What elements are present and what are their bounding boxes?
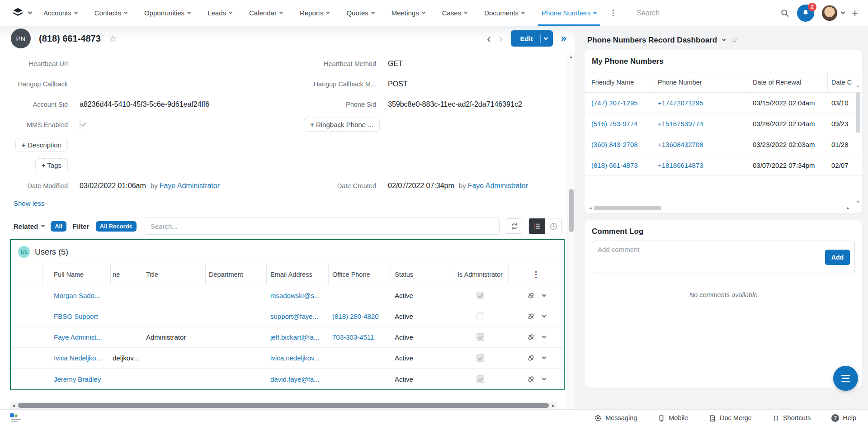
add-description-chip[interactable]: + Description xyxy=(15,138,68,152)
previous-record-icon[interactable]: ‹ xyxy=(487,33,491,44)
footer-item-help[interactable]: ? Help xyxy=(831,414,856,422)
card-horizontal-scrollbar-thumb[interactable] xyxy=(594,206,661,210)
edit-button[interactable]: Edit xyxy=(511,30,552,47)
created-by-user-link[interactable]: Faye Administrator xyxy=(468,182,528,189)
footer-item-mobile[interactable]: Mobile xyxy=(658,414,688,422)
footer-item-shortcuts[interactable]: Shortcuts xyxy=(773,414,811,422)
row-expand-chevron-icon[interactable] xyxy=(542,376,547,380)
phone-number-link[interactable]: +15167539774 xyxy=(658,120,703,128)
friendly-name-link[interactable]: (360) 843-2708 xyxy=(591,141,638,148)
refresh-button[interactable] xyxy=(506,218,522,234)
modified-by-user-link[interactable]: Faye Administrator xyxy=(160,182,220,189)
phone-number-link[interactable]: +18186614873 xyxy=(658,161,703,169)
user-name-link[interactable]: Morgan Sado... xyxy=(54,292,100,299)
mms-enabled-checkbox xyxy=(80,120,80,129)
nav-item-cases[interactable]: Cases xyxy=(442,0,467,26)
footer-item-doc-merge[interactable]: Doc Merge xyxy=(709,414,752,422)
nav-item-phone-numbers-active[interactable]: Phone Numbers xyxy=(542,0,596,26)
nav-item-reports[interactable]: Reports xyxy=(300,0,330,26)
row-expand-chevron-icon[interactable] xyxy=(542,313,547,318)
user-email-link[interactable]: ivica.nedeljkov... xyxy=(270,354,320,362)
column-header-friendly-name: Friendly Name xyxy=(585,72,652,92)
scroll-up-arrow-icon[interactable]: ▲ xyxy=(567,53,575,61)
user-name-link[interactable]: Jeremy Bradley xyxy=(54,375,101,383)
user-name-link[interactable]: Ivica Nedeljko... xyxy=(54,354,102,362)
nav-item-opportunities[interactable]: Opportunities xyxy=(144,0,190,26)
scroll-down-arrow-icon[interactable]: ▼ xyxy=(855,200,861,204)
user-name-link[interactable]: FBSG Support xyxy=(54,312,98,320)
nav-item-contacts[interactable]: Contacts xyxy=(94,0,127,26)
add-comment-input[interactable] xyxy=(592,241,854,274)
user-email-link[interactable]: jeff.bickart@fa... xyxy=(270,333,319,341)
edit-actions-chevron-icon[interactable] xyxy=(543,35,548,40)
chevron-down-icon xyxy=(326,10,330,14)
row-expand-chevron-icon[interactable] xyxy=(542,355,547,360)
related-search-input[interactable] xyxy=(145,218,500,235)
dashboard-star-icon[interactable]: ☆ xyxy=(731,35,737,45)
footer-item-messaging[interactable]: Messaging xyxy=(594,414,637,422)
nav-item-quotes[interactable]: Quotes xyxy=(346,0,374,26)
nav-item-accounts[interactable]: Accounts xyxy=(43,0,77,26)
vertical-scrollbar-thumb[interactable] xyxy=(569,189,574,232)
card-vertical-scrollbar[interactable]: ▲ ▼ xyxy=(855,84,861,204)
related-dropdown[interactable]: Related xyxy=(14,222,44,230)
nav-item-documents[interactable]: Documents xyxy=(484,0,524,26)
friendly-name-link[interactable]: (516) 753-9774 xyxy=(591,120,638,128)
scroll-left-arrow-icon[interactable]: ◄ xyxy=(587,206,594,210)
history-view-button[interactable] xyxy=(545,218,561,234)
unlink-icon[interactable] xyxy=(527,375,535,383)
card-vertical-scrollbar-thumb[interactable] xyxy=(856,92,860,133)
next-record-icon[interactable]: › xyxy=(499,33,503,44)
floating-menu-button[interactable] xyxy=(833,366,858,391)
card-horizontal-scrollbar[interactable]: ◄ ► xyxy=(587,205,851,211)
unlink-icon[interactable] xyxy=(527,291,535,300)
logo-chevron-down-icon[interactable] xyxy=(28,10,33,14)
scroll-left-arrow-icon[interactable]: ◄ xyxy=(10,403,17,408)
add-comment-button[interactable]: Add xyxy=(825,250,850,265)
nav-item-leads[interactable]: Leads xyxy=(208,0,232,26)
comment-log-card: Comment Log Add No comments available xyxy=(585,220,862,388)
app-logo-icon[interactable] xyxy=(12,7,24,19)
dashboard-chevron-down-icon[interactable] xyxy=(722,37,726,41)
related-all-badge[interactable]: All xyxy=(51,221,66,232)
row-expand-chevron-icon[interactable] xyxy=(542,334,547,339)
phone-number-link[interactable]: +17472071295 xyxy=(658,99,703,107)
horizontal-scrollbar-thumb[interactable] xyxy=(18,403,549,408)
collapse-widgets-icon[interactable]: » xyxy=(561,33,566,44)
row-expand-chevron-icon[interactable] xyxy=(542,293,547,297)
add-ringback-phone-chip[interactable]: + Ringback Phone ... xyxy=(304,118,380,132)
search-icon[interactable] xyxy=(780,8,790,18)
nav-more-kebab-icon[interactable]: ⋮ xyxy=(609,8,617,18)
unlink-icon[interactable] xyxy=(527,354,535,362)
notifications-bell-button[interactable]: 2 xyxy=(797,5,814,22)
filter-all-records-badge[interactable]: All Records xyxy=(96,221,137,232)
quick-create-plus-icon[interactable]: + xyxy=(852,7,858,19)
show-less-link[interactable]: Show less xyxy=(14,199,44,207)
favorite-star-icon[interactable]: ☆ xyxy=(109,33,117,44)
user-avatar[interactable] xyxy=(821,5,838,21)
profile-chevron-down-icon[interactable] xyxy=(841,10,845,14)
user-email-link[interactable]: support@faye... xyxy=(270,312,318,320)
add-tags-chip[interactable]: + Tags xyxy=(35,158,68,172)
nav-item-meetings[interactable]: Meetings xyxy=(392,0,425,26)
table-options-kebab-icon[interactable]: ⋮ xyxy=(532,270,541,279)
friendly-name-link[interactable]: (818) 661-4873 xyxy=(591,161,638,169)
friendly-name-link[interactable]: (747) 207-1295 xyxy=(591,99,638,107)
scroll-up-arrow-icon[interactable]: ▲ xyxy=(855,84,861,88)
horizontal-scrollbar[interactable]: ◄ ► xyxy=(10,402,557,409)
list-view-button[interactable] xyxy=(529,218,545,234)
scroll-right-arrow-icon[interactable]: ► xyxy=(845,206,851,210)
phone-number-link[interactable]: +13608432708 xyxy=(658,141,703,148)
user-phone-link[interactable]: 703-303-4511 xyxy=(332,333,374,341)
scroll-right-arrow-icon[interactable]: ► xyxy=(550,403,557,408)
unlink-icon[interactable] xyxy=(527,333,535,341)
field-label: Date Modified xyxy=(0,182,68,189)
unlink-icon[interactable] xyxy=(527,312,535,321)
user-phone-link[interactable]: (818) 280-4820 xyxy=(332,312,379,320)
user-name-link[interactable]: Faye Administ... xyxy=(54,333,102,341)
nav-item-calendar[interactable]: Calendar xyxy=(249,0,283,26)
user-email-link[interactable]: msadowski@s... xyxy=(270,292,320,299)
vertical-scrollbar[interactable]: ▲ ▼ xyxy=(567,53,575,426)
global-search-input[interactable] xyxy=(637,9,722,17)
user-email-link[interactable]: david.faye@fa... xyxy=(270,375,320,383)
